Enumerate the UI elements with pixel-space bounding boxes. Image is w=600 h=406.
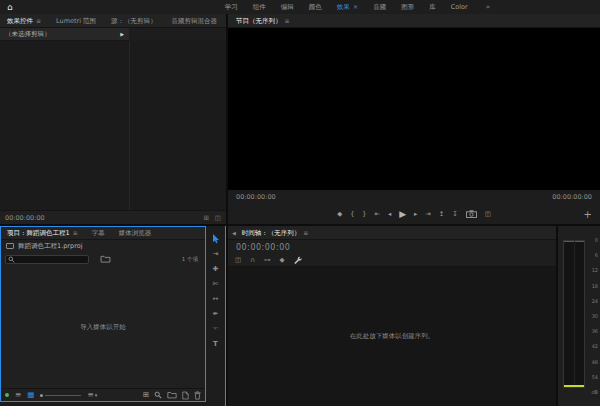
panel-menu-icon[interactable]: ≡ <box>36 17 41 24</box>
project-writable-icon[interactable] <box>5 393 9 397</box>
slip-tool[interactable]: ↔ <box>213 294 219 304</box>
pen-tool[interactable]: ✒ <box>213 309 219 319</box>
add-marker-icon[interactable]: ◆ <box>279 256 284 264</box>
project-toolbar: ≡ ▦ ≡▾ ⊞ <box>1 388 205 401</box>
zoom-slider-knob[interactable] <box>40 394 43 397</box>
tab-media-browser[interactable]: 媒体浏览器 <box>117 227 154 240</box>
button-editor-plus-icon[interactable]: + <box>584 208 592 219</box>
sort-icons-dropdown[interactable]: ≡▾ <box>87 389 97 401</box>
timeline-panel: ◀ 时间轴：（无序列）≡ 00:00:00:00 ◫ ∩ ⊶ ◆ 在此处放下媒体… <box>228 226 556 406</box>
mark-out-icon[interactable]: } <box>362 210 366 218</box>
tab-audio-clip-mixer[interactable]: 音频剪辑混合器 <box>170 14 220 28</box>
audio-meters-panel: 0 6 12 18 24 30 36 42 48 54 dB <box>558 226 600 406</box>
project-file-icon <box>6 243 14 249</box>
workspace-color[interactable]: 颜色 <box>309 3 322 12</box>
play-button[interactable]: ▶ <box>399 209 406 219</box>
find-icon[interactable] <box>154 391 162 399</box>
step-forward-icon[interactable]: ▸ <box>414 210 417 218</box>
workspace-learning[interactable]: 学习 <box>225 3 238 12</box>
step-back-icon[interactable]: ◂ <box>388 210 391 218</box>
audio-meter-scale: 0 6 12 18 24 30 36 42 48 54 dB <box>588 237 598 395</box>
tab-timeline[interactable]: 时间轴：（无序列）≡ <box>240 226 311 240</box>
chevron-down-icon: ▾ <box>95 392 98 398</box>
mini-timeline-icon[interactable]: ◫ <box>215 214 221 222</box>
program-monitor-panel: 节目（无序列）≡ 00:00:00:00 00:00:00:00 ◆ { } ⇤… <box>228 14 600 224</box>
panel-menu-icon[interactable]: ≡ <box>303 229 308 236</box>
add-marker-icon[interactable]: ◆ <box>337 210 342 218</box>
ripple-edit-tool[interactable]: ✚ <box>213 264 219 274</box>
project-file-row[interactable]: 舞蹈调色工程1.prproj <box>1 240 205 252</box>
selection-tool[interactable] <box>212 234 220 244</box>
title-bar: ⌂ 学习 组件 编辑 颜色 效果× 音频 图形 库 Color » <box>0 0 600 14</box>
tab-project[interactable]: 项目：舞蹈调色工程1≡ <box>5 227 80 240</box>
track-select-forward-tool[interactable]: ⇥ <box>213 249 219 259</box>
clip-status-row[interactable]: （未选择剪辑） ▶ <box>0 28 129 41</box>
effect-controls-empty-area <box>0 41 226 210</box>
new-bin-icon[interactable] <box>167 391 177 399</box>
tab-source-monitor[interactable]: 源：（无剪辑） <box>109 14 159 28</box>
home-icon[interactable]: ⌂ <box>7 0 13 14</box>
clip-status-label: （未选择剪辑） <box>5 30 51 39</box>
chevron-left-icon[interactable]: ◀ <box>232 230 236 236</box>
go-to-out-icon[interactable]: ⇥ <box>425 210 430 218</box>
workspace-effects-active[interactable]: 效果× <box>337 3 358 12</box>
search-input[interactable] <box>15 256 85 263</box>
snap-magnet-icon[interactable]: ∩ <box>250 256 255 264</box>
search-box[interactable] <box>5 255 89 264</box>
workspace-audio[interactable]: 音频 <box>373 3 386 12</box>
icon-view-icon[interactable]: ▦ <box>27 389 34 401</box>
program-position-timecode[interactable]: 00:00:00:00 <box>236 193 276 201</box>
workspace-libraries[interactable]: 库 <box>429 3 436 12</box>
panel-menu-icon[interactable]: ≡ <box>73 229 78 236</box>
tab-lumetri-scopes[interactable]: Lumetri 范围 <box>54 14 98 28</box>
item-count-label: 1 个项 <box>182 256 198 263</box>
tab-program-monitor[interactable]: 节目（无序列）≡ <box>234 14 292 28</box>
nest-sequence-icon[interactable]: ◫ <box>235 256 241 264</box>
project-panel: 项目：舞蹈调色工程1≡ 字幕 媒体浏览器 舞蹈调色工程1.prproj 1 个项… <box>0 226 206 402</box>
workspace-overflow-icon[interactable]: » <box>486 3 490 11</box>
workspace-graphics[interactable]: 图形 <box>401 3 414 12</box>
lift-icon[interactable]: ↥ <box>439 210 444 218</box>
tools-panel: ⇥ ✚ ✄ ↔ ✒ ☜ T <box>206 226 226 406</box>
program-video-viewport <box>228 28 600 190</box>
project-empty-area[interactable]: 导入媒体以开始 <box>1 266 205 388</box>
extract-icon[interactable]: ↧ <box>452 210 457 218</box>
go-to-in-icon[interactable]: ⇤ <box>374 210 379 218</box>
program-duration-timecode: 00:00:00:00 <box>552 193 592 201</box>
type-tool[interactable]: T <box>213 339 218 349</box>
new-item-icon[interactable] <box>182 391 189 400</box>
workspace-color-custom[interactable]: Color <box>451 3 468 12</box>
zoom-slider[interactable] <box>40 394 81 397</box>
delete-trash-icon[interactable] <box>194 391 201 400</box>
search-bin-folder-icon[interactable] <box>100 255 111 263</box>
close-icon[interactable]: × <box>353 3 358 11</box>
effect-controls-timecode[interactable]: 00:00:00:00 <box>5 214 45 222</box>
tab-effect-controls[interactable]: 效果控件≡ <box>5 14 43 28</box>
project-empty-message: 导入媒体以开始 <box>80 323 126 332</box>
comparison-view-icon[interactable]: ◫ <box>485 210 491 218</box>
panel-menu-icon[interactable]: ≡ <box>285 17 290 24</box>
timeline-settings-wrench-icon[interactable] <box>293 256 302 265</box>
automate-to-sequence-icon[interactable]: ⊞ <box>143 389 149 401</box>
export-frame-icon[interactable] <box>466 210 477 218</box>
meter-unit-label: dB <box>591 389 598 395</box>
program-tabbar: 节目（无序列）≡ <box>228 14 600 28</box>
mark-in-icon[interactable]: { <box>350 210 354 218</box>
tab-captions[interactable]: 字幕 <box>90 227 107 240</box>
workspace-assembly[interactable]: 组件 <box>253 3 266 12</box>
zoom-slider-track <box>45 395 81 396</box>
timeline-empty-area[interactable]: 在此处放下媒体以创建序列。 <box>228 267 556 406</box>
fit-view-icon[interactable]: ⊞ <box>203 214 208 222</box>
timeline-timecode[interactable]: 00:00:00:00 <box>236 243 290 252</box>
project-search-row: 1 个项 <box>1 252 205 266</box>
meter-peak-line <box>564 385 584 387</box>
hand-tool[interactable]: ☜ <box>212 324 218 334</box>
workspace-switcher: 学习 组件 编辑 颜色 效果× 音频 图形 库 Color <box>225 3 468 12</box>
project-file-name: 舞蹈调色工程1.prproj <box>18 242 82 251</box>
workspace-editing[interactable]: 编辑 <box>281 3 294 12</box>
list-view-icon[interactable]: ≡ <box>15 389 21 401</box>
linked-selection-icon[interactable]: ⊶ <box>264 256 271 264</box>
effect-controls-tabbar: 效果控件≡ Lumetri 范围 源：（无剪辑） 音频剪辑混合器 <box>0 14 226 28</box>
razor-tool[interactable]: ✄ <box>213 279 219 289</box>
timeline-toolbar: ◫ ∩ ⊶ ◆ <box>228 254 556 267</box>
